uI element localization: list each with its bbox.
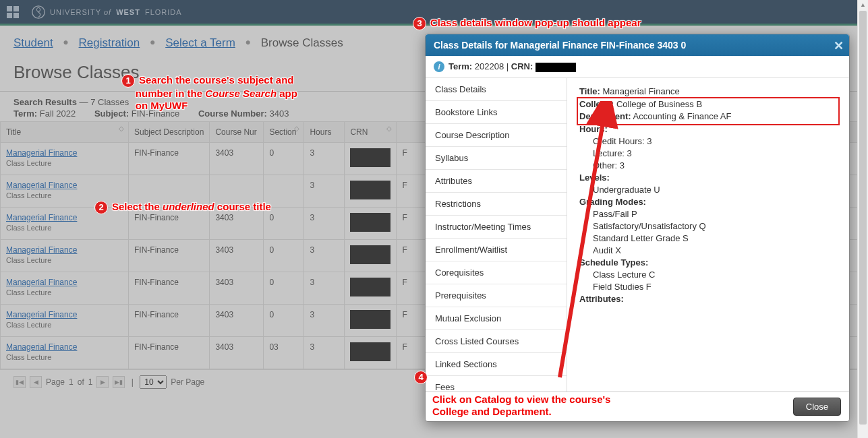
tab-class-details[interactable]: Class Details	[426, 78, 567, 101]
close-icon[interactable]: ✕	[834, 38, 844, 53]
annotation-4: Click on Catalog to view the course's Co…	[432, 394, 610, 418]
info-icon: i	[434, 61, 444, 72]
tab-linked-sections[interactable]: Linked Sections	[426, 353, 567, 376]
tab-mutual-exclusion[interactable]: Mutual Exclusion	[426, 307, 567, 330]
tab-restrictions[interactable]: Restrictions	[426, 193, 567, 216]
tab-course-description[interactable]: Course Description	[426, 124, 567, 147]
tab-cross-listed-courses[interactable]: Cross Listed Courses	[426, 330, 567, 353]
class-details-modal: Class Details for Managerial Finance FIN…	[425, 34, 850, 422]
tab-attributes[interactable]: Attributes	[426, 170, 567, 193]
tab-corequisites[interactable]: Corequisites	[426, 261, 567, 284]
tab-enrollment-waitlist[interactable]: Enrollment/Waitlist	[426, 239, 567, 261]
tab-prerequisites[interactable]: Prerequisites	[426, 284, 567, 307]
modal-term-row: i Term: 202208 | CRN:	[426, 56, 849, 77]
tab-fees[interactable]: Fees	[426, 376, 567, 392]
close-button[interactable]: Close	[793, 398, 841, 416]
modal-title-bar: Class Details for Managerial Finance FIN…	[426, 34, 849, 56]
highlight-box: College: College of Business B Departmen…	[577, 97, 840, 125]
tab-instructor-meeting-times[interactable]: Instructor/Meeting Times	[426, 216, 567, 239]
annotation-4-marker: 4	[414, 371, 432, 384]
tab-bookstore-links[interactable]: Bookstore Links	[426, 101, 567, 124]
annotation-2: 2Select the underlined course title	[94, 201, 271, 214]
annotation-3: 3Class details window pop-up should appe…	[413, 17, 641, 30]
modal-tab-list: Class DetailsBookstore LinksCourse Descr…	[426, 78, 567, 392]
annotation-1: 1Search the course's subject and number …	[121, 74, 297, 112]
browser-scrollbar[interactable]: ▲	[857, 0, 868, 438]
modal-detail-pane: Title: Managerial Finance College: Colle…	[567, 78, 849, 392]
tab-syllabus[interactable]: Syllabus	[426, 147, 567, 170]
